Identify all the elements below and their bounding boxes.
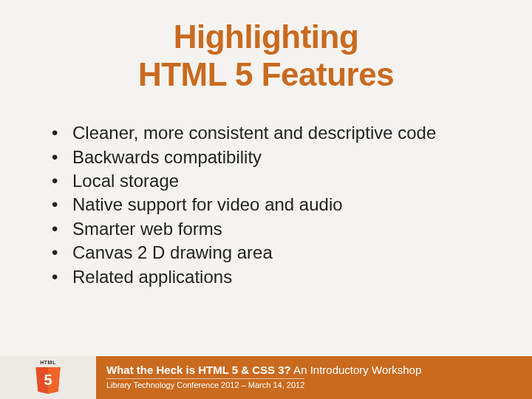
footer: HTML 5 What the Heck is HTML 5 & CSS 3? … (0, 356, 532, 399)
list-item: Local storage (52, 169, 502, 193)
logo-label: HTML (34, 360, 62, 365)
slide-title: Highlighting HTML 5 Features (30, 18, 502, 93)
footer-subtitle: Library Technology Conference 2012 – Mar… (106, 378, 304, 389)
slide: Highlighting HTML 5 Features Cleaner, mo… (0, 0, 532, 399)
footer-title: What the Heck is HTML 5 & CSS 3? An Intr… (106, 364, 522, 377)
title-line-2: HTML 5 Features (138, 56, 394, 92)
list-item: Backwards compatibility (52, 146, 502, 169)
list-item: Native support for video and audio (52, 193, 502, 216)
list-item: Cleaner, more consistent and descriptive… (52, 121, 502, 145)
footer-text: What the Heck is HTML 5 & CSS 3? An Intr… (96, 356, 532, 399)
title-line-1: Highlighting (174, 18, 359, 55)
logo-number: 5 (34, 372, 62, 389)
footer-title-rest: An Introductory Workshop (291, 364, 421, 376)
list-item: Smarter web forms (52, 217, 502, 241)
html5-logo-icon: HTML 5 (34, 361, 62, 394)
footer-title-bold: What the Heck is HTML 5 & CSS 3? (106, 364, 291, 376)
list-item: Related applications (52, 265, 502, 289)
bullet-list: Cleaner, more consistent and descriptive… (30, 121, 502, 289)
list-item: Canvas 2 D drawing area (52, 241, 502, 265)
logo-cell: HTML 5 (0, 356, 96, 399)
